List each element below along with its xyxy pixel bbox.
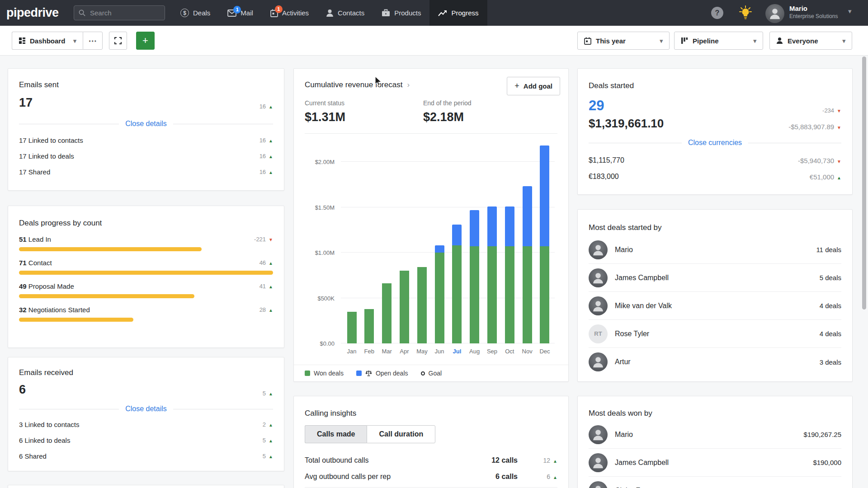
won-deals-segment xyxy=(364,309,374,343)
bar-oct xyxy=(504,206,515,343)
y-axis-tick: $2.00M xyxy=(305,159,335,165)
divider xyxy=(19,124,119,124)
bar-jul xyxy=(452,225,462,343)
card-title: Cumulative revenue forecast xyxy=(305,80,402,89)
person-name: Mario xyxy=(615,246,816,254)
dashboard-selector[interactable]: Dashboard ▾ xyxy=(12,32,83,50)
person-icon xyxy=(776,37,783,44)
stage-delta: 46 xyxy=(259,259,273,266)
mouse-cursor xyxy=(375,76,382,87)
add-report-button[interactable]: + xyxy=(136,32,155,50)
deals-started-amount-delta: -$5,883,907.89 xyxy=(788,123,841,131)
owner-filter[interactable]: Everyone ▾ xyxy=(769,32,852,50)
progress-bar xyxy=(19,318,133,322)
add-goal-button[interactable]: + Add goal xyxy=(507,77,560,95)
nav-item-progress[interactable]: Progress xyxy=(429,0,487,26)
bar-dec xyxy=(539,145,550,343)
stat-row-label: 17 Shared xyxy=(19,168,50,176)
person-row: JC James Campbell 5 deals xyxy=(589,264,841,292)
nav-item-mail[interactable]: 1 Mail xyxy=(219,0,262,26)
person-row: JC James Campbell $190,000 xyxy=(589,449,841,477)
fullscreen-button[interactable] xyxy=(109,32,127,50)
metric-delta: 12 xyxy=(529,457,557,464)
legend-label: Won deals xyxy=(314,370,344,377)
calling-rows: Total outbound calls 12 calls 12 Avg out… xyxy=(305,452,557,485)
x-axis-tick: May xyxy=(416,348,427,355)
dashboard-selector-label: Dashboard xyxy=(30,37,65,45)
x-axis-tick: Apr xyxy=(399,348,410,355)
tab-call-duration[interactable]: Call duration xyxy=(367,425,435,443)
card-emails-sent: Emails sent 17 16 Close details 17 Linke… xyxy=(8,68,284,191)
progress-track xyxy=(19,318,273,322)
legend-open-deals: Open deals xyxy=(356,370,408,377)
bar-jun xyxy=(434,245,445,343)
card-emails-received: Emails received 6 5 Close details 3 Link… xyxy=(8,357,284,471)
open-deals-segment xyxy=(523,186,532,246)
user-avatar[interactable] xyxy=(765,4,784,23)
card-title: Emails sent xyxy=(19,80,273,89)
won-deals-segment xyxy=(435,253,444,343)
stat-row: 6 Linked to deals 5 xyxy=(19,432,273,448)
won-deals-segment xyxy=(470,246,479,343)
person-value: 11 deals xyxy=(816,246,841,253)
card-partially-visible xyxy=(8,485,284,488)
close-details-link[interactable]: Close details xyxy=(125,405,167,413)
progress-bar xyxy=(19,247,202,251)
goal-ring-icon xyxy=(421,371,425,375)
divider xyxy=(19,409,119,409)
chart-legend: Won deals Open deals Goal xyxy=(294,365,568,381)
stat-row-label: 6 Linked to deals xyxy=(19,436,70,444)
dashboard-more-button[interactable]: ⋯ xyxy=(83,32,103,50)
nav-item-products[interactable]: Products xyxy=(373,0,429,26)
stat-row-label: 6 Shared xyxy=(19,452,47,460)
pipeline-icon xyxy=(681,37,688,44)
lightbulb-icon[interactable] xyxy=(739,5,752,20)
card-most-deals-won-by: Most deals won by M Mario $190,267.25 xyxy=(577,396,853,488)
pipeline-stage-row: 49 Proposal Made 41 xyxy=(19,282,273,298)
search-input[interactable] xyxy=(89,9,157,17)
search-box[interactable] xyxy=(74,5,165,20)
progress-track xyxy=(19,271,273,275)
deals-started-count-delta: -234 xyxy=(822,107,841,114)
deals-progress-rows: 51 Lead In -221 71 Contact 46 xyxy=(19,235,273,322)
legend-label: Goal xyxy=(429,370,442,377)
avatar-silhouette-icon xyxy=(592,356,604,368)
won-deals-segment xyxy=(540,246,549,343)
legend-label: Open deals xyxy=(376,370,408,377)
tab-calls-made[interactable]: Calls made xyxy=(305,425,367,443)
currency-value: €183,000 xyxy=(589,173,619,181)
chevron-right-icon[interactable]: › xyxy=(407,80,410,89)
user-caret-icon[interactable]: ▾ xyxy=(848,7,852,15)
stage-label: 71 Contact xyxy=(19,259,52,267)
help-icon[interactable]: ? xyxy=(711,7,723,19)
person-value: 4 deals xyxy=(820,302,841,310)
close-currencies-link[interactable]: Close currencies xyxy=(688,139,742,147)
avatar: JC xyxy=(589,453,608,472)
add-goal-label: Add goal xyxy=(524,82,552,90)
activities-badge: 1 xyxy=(275,5,283,13)
mail-badge: 1 xyxy=(233,6,241,14)
currency-rows: $1,115,770 -$5,940,730 €183,000 €51,000 xyxy=(589,152,841,185)
user-name: Mario xyxy=(789,4,838,13)
pipeline-filter[interactable]: Pipeline ▾ xyxy=(674,32,763,50)
avatar: MV xyxy=(589,296,608,315)
avatar: A xyxy=(589,352,608,371)
stat-row-delta: 16 xyxy=(259,169,273,175)
stat-row-label: 17 Linked to deals xyxy=(19,152,74,160)
pipeline-filter-label: Pipeline xyxy=(693,37,719,45)
close-details-link[interactable]: Close details xyxy=(125,120,167,128)
bar-may xyxy=(416,267,427,343)
progress-track xyxy=(19,294,273,298)
nav-item-deals[interactable]: $ Deals xyxy=(172,0,219,26)
nav-item-activities[interactable]: 1 Activities xyxy=(262,0,317,26)
period-filter[interactable]: This year ▾ xyxy=(577,32,670,50)
nav-item-contacts[interactable]: Contacts xyxy=(317,0,373,26)
vertical-scrollbar[interactable] xyxy=(862,56,866,310)
user-menu[interactable]: Mario Enterprise Solutions xyxy=(789,4,838,20)
person-value: $190,267.25 xyxy=(804,431,841,438)
open-deals-segment xyxy=(435,245,444,253)
avatar-silhouette-icon xyxy=(592,429,604,441)
stage-label: 49 Proposal Made xyxy=(19,282,74,290)
emails-received-value: 6 xyxy=(19,383,26,397)
calendar-icon xyxy=(584,37,591,45)
